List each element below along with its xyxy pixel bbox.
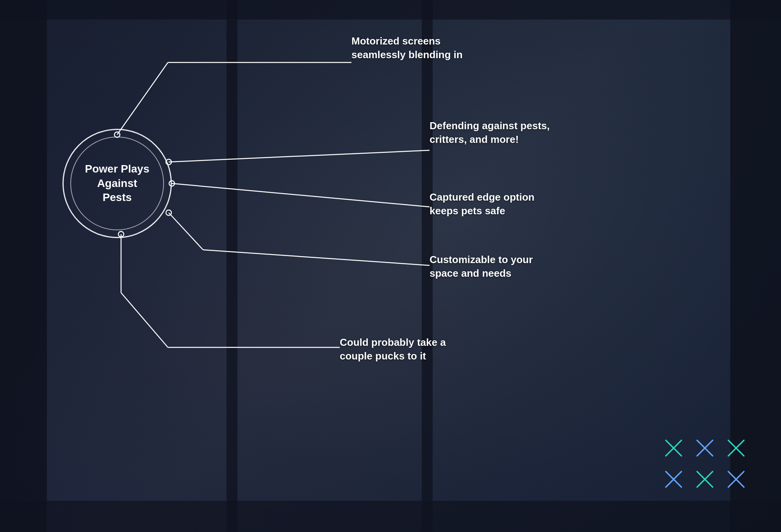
annotation-pucks-line1: Could probably take a bbox=[340, 336, 446, 349]
annotation-motorized-line1: Motorized screens bbox=[351, 34, 463, 48]
main-content: Power Plays Against Pests Motorized scre… bbox=[0, 0, 781, 532]
circle-text-line1: Power Plays bbox=[85, 163, 150, 175]
decorative-x-marks bbox=[664, 438, 750, 493]
annotation-pucks: Could probably take a couple pucks to it bbox=[340, 336, 446, 363]
svg-line-12 bbox=[121, 293, 168, 347]
annotation-defending-line1: Defending against pests, bbox=[430, 119, 550, 133]
svg-line-4 bbox=[169, 150, 430, 162]
circle-text-line2: Against bbox=[97, 177, 137, 189]
x-mark-6 bbox=[726, 470, 746, 489]
circle-text-line3: Pests bbox=[103, 191, 132, 203]
annotation-captured: Captured edge option keeps pets safe bbox=[430, 190, 535, 218]
annotation-captured-line2: keeps pets safe bbox=[430, 204, 535, 218]
x-mark-2 bbox=[695, 438, 715, 458]
annotation-defending: Defending against pests, critters, and m… bbox=[430, 119, 550, 146]
center-circle: Power Plays Against Pests bbox=[62, 129, 172, 238]
annotation-defending-line2: critters, and more! bbox=[430, 133, 550, 146]
x-mark-4 bbox=[664, 470, 683, 489]
annotation-customizable-line2: space and needs bbox=[430, 267, 533, 280]
svg-line-8 bbox=[169, 213, 203, 250]
x-mark-3 bbox=[726, 438, 746, 458]
annotation-motorized-line2: seamlessly blending in bbox=[351, 48, 463, 62]
annotation-pucks-line2: couple pucks to it bbox=[340, 349, 446, 363]
circle-label: Power Plays Against Pests bbox=[62, 129, 172, 238]
x-mark-1 bbox=[664, 438, 683, 458]
annotation-customizable-line1: Customizable to your bbox=[430, 253, 533, 267]
svg-line-6 bbox=[172, 183, 430, 207]
svg-line-9 bbox=[203, 250, 430, 265]
x-mark-5 bbox=[695, 470, 715, 489]
annotation-captured-line1: Captured edge option bbox=[430, 190, 535, 204]
annotation-customizable: Customizable to your space and needs bbox=[430, 253, 533, 280]
annotation-motorized: Motorized screens seamlessly blending in bbox=[351, 34, 463, 62]
svg-line-1 bbox=[117, 62, 168, 135]
